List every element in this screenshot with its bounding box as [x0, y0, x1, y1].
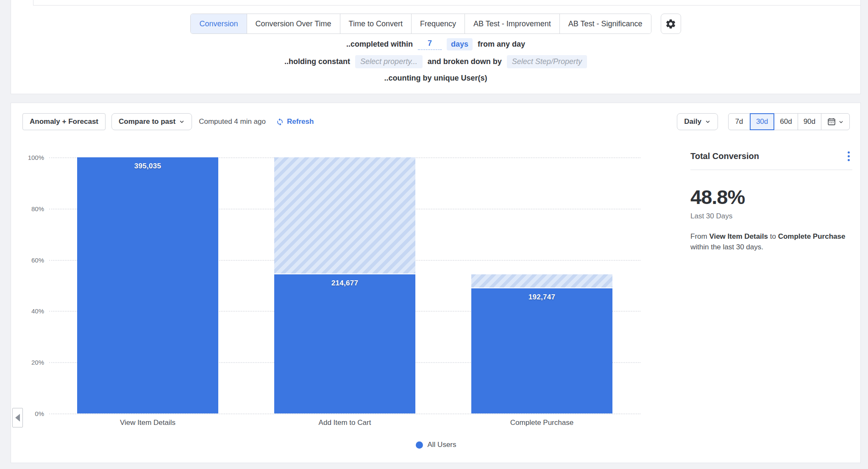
tab-ab-test-improvement[interactable]: AB Test - Improvement	[465, 14, 560, 34]
refresh-icon	[276, 118, 284, 126]
bar-1[interactable]	[77, 157, 218, 413]
bar-3[interactable]	[471, 288, 612, 413]
panel-divider	[690, 170, 852, 170]
total-conversion-panel: Total Conversion 48.8% Last 30 Days From…	[690, 150, 852, 252]
y-tick-80: 80%	[16, 205, 44, 212]
gear-icon	[665, 18, 676, 30]
kebab-menu-icon[interactable]	[845, 150, 852, 163]
chart-card: Anomaly + Forecast Compare to past Compu…	[11, 103, 861, 463]
tab-time-to-convert[interactable]: Time to Convert	[340, 14, 412, 34]
holding-constant-label: ..holding constant	[284, 57, 350, 66]
calendar-icon	[827, 117, 836, 126]
chevron-down-icon	[705, 119, 711, 125]
panel-title: Total Conversion	[690, 151, 759, 161]
broken-down-by-label: and broken down by	[428, 57, 502, 66]
desc-from: From	[690, 232, 707, 240]
range-90d[interactable]: 90d	[798, 113, 821, 130]
range-30d[interactable]: 30d	[750, 113, 774, 130]
funnel-definition-counting: ..counting by unique User(s)	[11, 74, 860, 83]
compare-to-past-button[interactable]: Compare to past	[111, 113, 192, 130]
funnel-definition-breakdown: ..holding constant Select property... an…	[11, 55, 860, 68]
top-horizontal-divider	[33, 5, 860, 6]
legend-label[interactable]: All Users	[427, 441, 456, 449]
refresh-button[interactable]: Refresh	[276, 117, 314, 126]
y-tick-60: 60%	[16, 256, 44, 263]
chart-x-axis-labels: View Item DetailsAdd Item to CartComplet…	[49, 419, 640, 427]
total-conversion-subtitle: Last 30 Days	[690, 212, 852, 221]
x-label-complete-purchase: Complete Purchase	[443, 419, 640, 427]
tab-ab-test-significance[interactable]: AB Test - Significance	[560, 14, 651, 34]
date-range-group: 7d30d60d90d	[728, 113, 850, 130]
window-unit-select[interactable]: days	[447, 38, 473, 50]
gridline-0	[49, 413, 640, 414]
bar-hatch-2[interactable]	[274, 157, 415, 274]
query-card: ConversionConversion Over TimeTime to Co…	[11, 0, 861, 94]
tab-conversion[interactable]: Conversion	[191, 14, 247, 34]
total-conversion-value: 48.8%	[690, 185, 852, 209]
desc-to: to	[770, 232, 776, 240]
compare-to-past-label: Compare to past	[119, 117, 175, 126]
interval-label: Daily	[684, 117, 701, 126]
y-tick-40: 40%	[16, 307, 44, 315]
x-label-add-item-to-cart: Add Item to Cart	[246, 419, 443, 427]
select-step-property-input[interactable]: Select Step/Property	[507, 55, 587, 68]
tab-conversion-over-time[interactable]: Conversion Over Time	[247, 14, 340, 34]
y-tick-20: 20%	[16, 359, 44, 366]
bar-value-label: 192,747	[471, 293, 612, 302]
refresh-label: Refresh	[287, 117, 314, 126]
bar-hatch-3[interactable]	[471, 274, 612, 289]
desc-rest: within the last 30 days.	[690, 243, 763, 251]
analytics-page: ConversionConversion Over TimeTime to Co…	[0, 0, 868, 469]
window-value-input[interactable]: 7	[418, 39, 442, 50]
desc-step-a: View Item Details	[709, 232, 768, 240]
bar-value-label: 214,677	[274, 279, 415, 288]
bar-value-label: 395,035	[77, 162, 218, 170]
computed-ago-text: Computed 4 min ago	[199, 117, 266, 126]
completed-within-label: ..completed within	[346, 40, 413, 49]
from-any-day-label: from any day	[478, 40, 525, 49]
funnel-definition-window: ..completed within 7 days from any day	[11, 38, 860, 50]
panel-header: Total Conversion	[690, 150, 852, 163]
triangle-left-icon	[15, 414, 20, 422]
bar-2[interactable]	[274, 274, 415, 413]
select-property-input[interactable]: Select property...	[355, 55, 423, 68]
total-conversion-description: From View Item Details to Complete Purch…	[690, 232, 852, 252]
anomaly-forecast-button[interactable]: Anomaly + Forecast	[22, 113, 106, 130]
funnel-chart: 100%80%60%40%20%0%395,035214,677192,747	[49, 157, 640, 413]
collapse-panel-handle[interactable]	[12, 408, 23, 427]
x-label-view-item-details: View Item Details	[49, 419, 246, 427]
interval-select-button[interactable]: Daily	[677, 113, 718, 130]
chart-legend: All Users	[11, 441, 861, 449]
y-tick-100: 100%	[16, 154, 44, 161]
desc-step-b: Complete Purchase	[778, 232, 846, 240]
view-tab-row: ConversionConversion Over TimeTime to Co…	[11, 14, 860, 34]
custom-date-range-button[interactable]	[821, 113, 850, 130]
chevron-down-icon	[838, 119, 844, 125]
chart-toolbar-left: Anomaly + Forecast Compare to past Compu…	[22, 113, 314, 130]
top-vertical-divider	[33, 0, 33, 5]
counting-by-label: ..counting by unique User(s)	[384, 74, 487, 83]
view-tab-group: ConversionConversion Over TimeTime to Co…	[190, 14, 651, 34]
tab-frequency[interactable]: Frequency	[412, 14, 465, 34]
chart-toolbar-right: Daily 7d30d60d90d	[677, 113, 850, 130]
settings-button[interactable]	[661, 14, 681, 34]
range-60d[interactable]: 60d	[774, 113, 798, 130]
chevron-down-icon	[179, 119, 185, 125]
legend-dot-icon	[416, 441, 423, 449]
range-7d[interactable]: 7d	[728, 113, 750, 130]
